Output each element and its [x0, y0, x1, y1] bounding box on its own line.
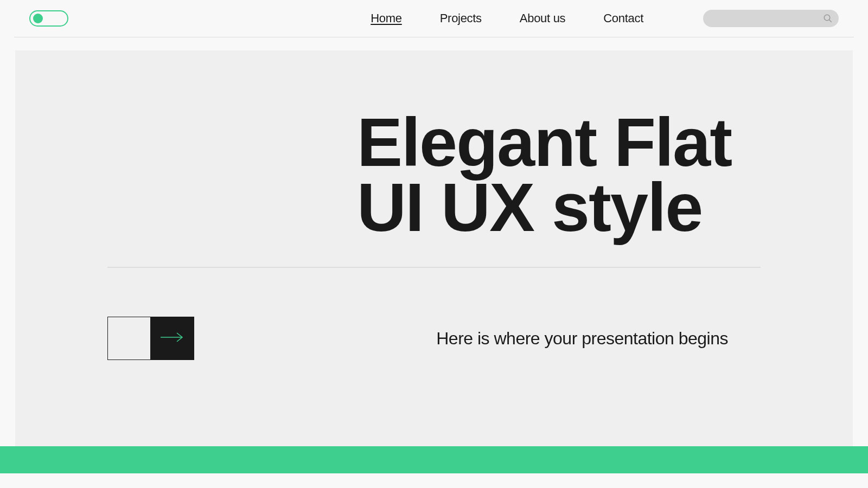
svg-line-1	[829, 20, 832, 22]
box-outline[interactable]	[107, 317, 151, 360]
title-line-1: Elegant Flat	[357, 110, 771, 175]
hero-title: Elegant Flat UI UX style	[357, 110, 771, 240]
footer-bar	[0, 446, 868, 473]
divider	[107, 267, 761, 268]
nav-home[interactable]: Home	[371, 11, 402, 25]
search-input[interactable]	[703, 10, 839, 27]
bottom-row: Here is where your presentation begins	[97, 317, 771, 360]
arrow-right-icon	[159, 331, 186, 346]
nav-contact[interactable]: Contact	[603, 11, 643, 25]
toggle-switch[interactable]	[29, 10, 68, 27]
nav-group: Home Projects About us Contact	[371, 10, 839, 27]
nav-projects[interactable]: Projects	[440, 11, 482, 25]
svg-point-0	[824, 15, 830, 21]
nav-about[interactable]: About us	[520, 11, 565, 25]
hero-section: Elegant Flat UI UX style Here is where y…	[15, 50, 853, 446]
toggle-knob	[33, 14, 43, 23]
header: Home Projects About us Contact	[14, 0, 854, 37]
hero-subtitle: Here is where your presentation begins	[436, 329, 728, 349]
title-line-2: UI UX style	[357, 175, 771, 240]
box-pair	[107, 317, 194, 360]
next-button[interactable]	[151, 317, 194, 360]
search-icon	[822, 13, 833, 24]
